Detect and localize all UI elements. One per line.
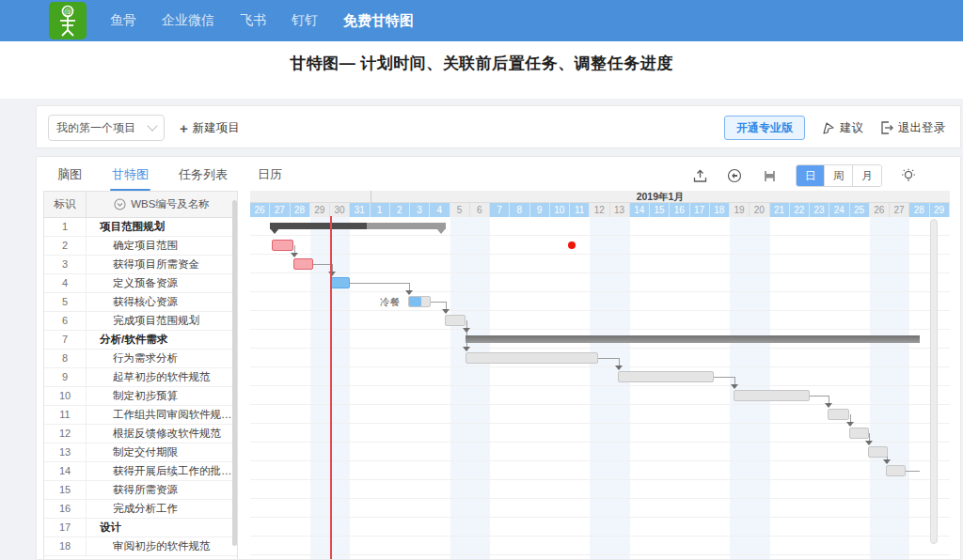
task-row-14[interactable]: 14获得开展后续工作的批准(概念、 ... [44, 462, 237, 481]
task-row-2[interactable]: 2确定项目范围 [44, 237, 237, 256]
task-row-6[interactable]: 6完成项目范围规划 [44, 312, 237, 331]
locate-icon[interactable] [726, 167, 743, 184]
task-bar-4[interactable] [331, 277, 350, 288]
logout-button[interactable]: 退出登录 [880, 120, 945, 136]
task-row-9[interactable]: 9起草初步的软件规范 [44, 368, 237, 387]
connector-arrow-icon [825, 403, 832, 408]
gantt-chart: 2019年1月 26272829303112345678910111213141… [250, 191, 950, 559]
summary-bar-7[interactable] [466, 335, 921, 343]
task-row-4[interactable]: 4定义预备资源 [44, 274, 237, 293]
connector-line [598, 358, 619, 359]
day-cell-30: 30 [330, 203, 350, 217]
day-cell-27: 27 [270, 203, 290, 217]
baseline-icon[interactable] [761, 167, 778, 184]
task-row-8[interactable]: 8行为需求分析 [44, 350, 237, 368]
task-row-18[interactable]: 18审阅初步的软件规范 [44, 537, 237, 556]
task-row-id: 10 [44, 387, 87, 405]
task-row-17[interactable]: 17设计 [44, 519, 237, 537]
day-cell-18: 18 [710, 203, 730, 217]
project-select[interactable]: 我的第一个项目 [48, 115, 165, 141]
new-project-button[interactable]: + 新建项目 [180, 115, 240, 141]
task-bar-5[interactable] [408, 296, 431, 307]
export-icon[interactable] [691, 167, 708, 184]
day-cell-26: 26 [250, 203, 270, 217]
nav-item-free-gantt[interactable]: 免费甘特图 [343, 12, 414, 30]
row-gridline [250, 498, 950, 499]
task-row-5[interactable]: 5获得核心资源 [44, 293, 237, 312]
day-cell-24: 24 [829, 203, 849, 217]
connector-arrow-icon [463, 347, 470, 351]
task-row-7[interactable]: 7分析/软件需求 [44, 331, 237, 350]
task-row-11[interactable]: 11工作组共同审阅软件规范/预算 [44, 406, 237, 425]
row-gridline [250, 254, 950, 255]
tab-calendar[interactable]: 日历 [256, 163, 284, 189]
fishbone-logo[interactable]: @ [49, 2, 87, 39]
day-cell-3: 3 [410, 203, 430, 217]
nav-item-wecom[interactable]: 企业微信 [162, 12, 214, 29]
day-cell-5: 5 [450, 203, 470, 217]
zoom-day-button[interactable]: 日 [797, 165, 825, 186]
row-gridline [250, 235, 950, 236]
task-bar-progress [409, 297, 421, 306]
nav-item-dingtalk[interactable]: 钉钉 [292, 12, 318, 29]
task-row-3[interactable]: 3获得项目所需资金 [44, 256, 237, 274]
day-header: 2627282930311234567891011121314151617181… [250, 203, 950, 217]
row-gridline [250, 366, 950, 367]
task-bar-3[interactable] [293, 258, 313, 270]
task-bar-11[interactable] [828, 409, 848, 420]
upgrade-pro-button[interactable]: 开通专业版 [724, 116, 805, 140]
zoom-week-button[interactable]: 周 [825, 165, 853, 186]
day-cell-12: 12 [590, 203, 609, 217]
task-row-id: 5 [44, 293, 87, 311]
chevron-down-icon [147, 120, 157, 131]
page: @ 鱼骨 企业微信 飞书 钉钉 免费甘特图 甘特图— 计划时间、关联前后置任务、… [0, 0, 963, 560]
row-gridline [250, 291, 950, 292]
task-bar-9[interactable] [618, 371, 714, 382]
connector-arrow-icon [291, 253, 298, 257]
task-bar-10[interactable] [734, 390, 810, 401]
task-row-1[interactable]: 1项目范围规划 [44, 218, 237, 237]
task-row-12[interactable]: 12根据反馈修改软件规范 [44, 425, 237, 443]
chart-vertical-scrollbar[interactable] [930, 219, 938, 544]
wbs-grid-rows: 1项目范围规划2确定项目范围3获得项目所需资金4定义预备资源5获得核心资源6完成… [44, 218, 237, 556]
day-cell-21: 21 [770, 203, 790, 217]
task-row-name: 制定交付期限 [87, 443, 237, 461]
row-gridline [250, 460, 950, 461]
task-bar-2[interactable] [272, 240, 292, 251]
row-gridline [250, 423, 950, 424]
connector-arrow-icon [405, 290, 413, 295]
nav-item-yugu[interactable]: 鱼骨 [110, 12, 136, 29]
summary-bar-1[interactable] [270, 223, 446, 235]
task-bar-12[interactable] [849, 428, 869, 439]
tips-icon[interactable] [900, 167, 917, 184]
task-row-id: 6 [44, 312, 87, 330]
task-bar-6[interactable] [445, 315, 465, 326]
nav-item-feishu[interactable]: 飞书 [240, 12, 266, 29]
task-bar-14[interactable] [886, 465, 906, 476]
day-cell-25: 25 [850, 203, 870, 217]
task-row-name: 根据反馈修改软件规范 [87, 425, 237, 443]
task-row-15[interactable]: 15获得所需资源 [44, 481, 237, 500]
task-bar-13[interactable] [868, 446, 888, 458]
tab-mindmap[interactable]: 脑图 [55, 163, 84, 189]
task-row-16[interactable]: 16完成分析工作 [44, 500, 237, 519]
wbs-grid-header: 标识 WBS编号及名称 [44, 192, 237, 218]
circle-chevron-down-icon[interactable] [114, 198, 126, 210]
zoom-month-button[interactable]: 月 [853, 165, 881, 186]
connector-line [714, 377, 734, 378]
task-bar-8[interactable] [466, 352, 598, 364]
id-column-header: 标识 [44, 192, 87, 217]
task-row-13[interactable]: 13制定交付期限 [44, 443, 237, 462]
task-row-id: 9 [44, 368, 87, 386]
task-row-name: 设计 [87, 519, 237, 537]
task-row-id: 4 [44, 274, 87, 292]
row-gridline [250, 479, 950, 480]
task-row-name: 制定初步预算 [87, 387, 237, 405]
tab-gantt[interactable]: 甘特图 [110, 163, 150, 189]
suggest-button[interactable]: 建议 [822, 120, 863, 136]
tab-task-list[interactable]: 任务列表 [177, 163, 229, 189]
task-row-name: 获得所需资源 [87, 481, 237, 499]
task-row-10[interactable]: 10制定初步预算 [44, 387, 237, 406]
grid-vertical-scrollbar[interactable] [232, 200, 237, 546]
weekend-band [890, 217, 909, 559]
